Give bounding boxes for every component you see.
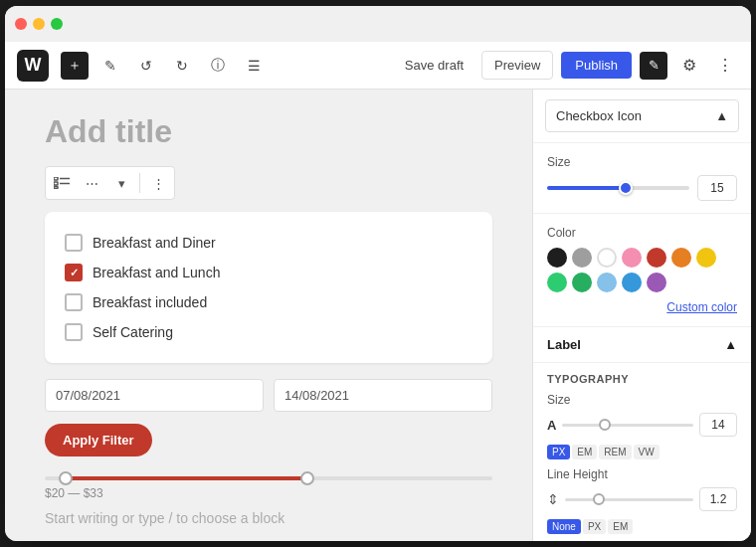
maximize-button[interactable] <box>51 18 63 30</box>
color-section: Color Custom color <box>533 214 751 327</box>
unit-px[interactable]: PX <box>547 445 570 459</box>
font-size-input[interactable] <box>699 413 737 437</box>
dots-btn[interactable]: ⋯ <box>78 169 105 197</box>
color-swatch-purple[interactable] <box>647 273 666 292</box>
line-height-thumb[interactable] <box>593 493 605 505</box>
font-size-thumb[interactable] <box>599 419 611 431</box>
line-height-units: None PX EM <box>547 519 737 534</box>
font-size-units: PX EM REM VW <box>547 445 737 459</box>
color-label: Color <box>547 226 737 240</box>
svg-rect-0 <box>54 177 58 180</box>
price-track[interactable] <box>45 476 492 480</box>
typography-label: Typography <box>547 373 737 385</box>
checkbox-1[interactable] <box>65 234 83 252</box>
checkbox-label-3: Breakfast included <box>93 294 207 310</box>
date-row <box>45 379 492 412</box>
size-slider-thumb[interactable] <box>619 181 633 195</box>
settings-button[interactable]: ⚙ <box>675 52 703 80</box>
size-label: Size <box>547 155 737 169</box>
checkbox-item-4[interactable]: Self Catering <box>65 317 472 347</box>
list-view-button[interactable]: ☰ <box>240 52 268 80</box>
wp-logo: W <box>17 50 49 82</box>
custom-color-link[interactable]: Custom color <box>547 300 737 314</box>
titlebar <box>5 6 751 42</box>
line-height-label: Line Height <box>547 467 737 481</box>
more-options-button[interactable]: ⋮ <box>711 52 739 80</box>
price-thumb-left[interactable] <box>59 471 73 485</box>
checkbox-label-1: Breakfast and Diner <box>93 235 216 251</box>
minimize-button[interactable] <box>33 18 45 30</box>
chevron-up-icon: ▲ <box>715 108 728 123</box>
close-button[interactable] <box>15 18 27 30</box>
font-size-prefix: A <box>547 418 556 433</box>
size-value-input[interactable] <box>697 175 737 201</box>
preview-button[interactable]: Preview <box>481 51 553 80</box>
color-grid <box>547 248 737 292</box>
save-draft-button[interactable]: Save draft <box>395 52 473 79</box>
checkbox-2[interactable]: ✓ <box>65 264 83 281</box>
color-swatch-pink[interactable] <box>622 248 642 268</box>
color-swatch-green-light[interactable] <box>547 273 567 292</box>
undo-button[interactable]: ↺ <box>132 52 160 80</box>
line-height-row: ⇕ <box>547 487 737 511</box>
price-thumb-right[interactable] <box>300 471 314 485</box>
color-swatch-black[interactable] <box>547 248 567 268</box>
redo-button[interactable]: ↻ <box>168 52 196 80</box>
checkbox-item-1[interactable]: Breakfast and Diner <box>65 228 472 258</box>
line-height-slider[interactable] <box>565 498 693 501</box>
price-range: $20 — $33 <box>45 476 492 500</box>
color-swatch-gray[interactable] <box>572 248 592 268</box>
info-button[interactable]: ⓘ <box>204 52 232 80</box>
block-type-dropdown[interactable]: Checkbox Icon ▲ <box>545 99 739 132</box>
block-toolbar: ⋯ ▾ ⋮ <box>45 166 175 200</box>
unit-em[interactable]: EM <box>572 445 597 459</box>
font-size-slider[interactable] <box>562 424 693 427</box>
apply-filter-button[interactable]: Apply Filter <box>45 424 152 456</box>
checkbox-card: Breakfast and Diner ✓ Breakfast and Lunc… <box>45 212 492 363</box>
typography-section: Typography Size A PX EM REM VW L <box>533 363 751 541</box>
size-section: Size <box>533 143 751 214</box>
lh-unit-em[interactable]: EM <box>608 519 633 534</box>
color-swatch-green[interactable] <box>572 273 592 292</box>
checkbox-label-2: Breakfast and Lunch <box>93 265 220 280</box>
price-label: $20 — $33 <box>45 486 492 500</box>
checkbox-3[interactable] <box>65 293 83 311</box>
checkbox-label-4: Self Catering <box>93 324 173 340</box>
line-height-input[interactable] <box>699 487 737 511</box>
label-section-header[interactable]: Label ▲ <box>533 327 751 363</box>
toolbar: W ＋ ✎ ↺ ↻ ⓘ ☰ Save draft Preview Publish… <box>5 42 751 90</box>
edit-pen-button[interactable]: ✎ <box>96 52 124 80</box>
line-height-icon: ⇕ <box>547 491 559 507</box>
date-from-input[interactable] <box>45 379 264 412</box>
color-swatch-blue-light[interactable] <box>597 273 617 292</box>
edit-mode-button[interactable]: ✎ <box>640 52 667 80</box>
color-swatch-red[interactable] <box>647 248 666 268</box>
chevron-btn[interactable]: ▾ <box>107 169 135 197</box>
editor-title[interactable]: Add title <box>45 113 492 150</box>
svg-rect-4 <box>54 187 58 189</box>
color-swatch-blue[interactable] <box>622 273 642 292</box>
unit-rem[interactable]: REM <box>599 445 631 459</box>
font-size-label: Size <box>547 393 737 407</box>
color-swatch-yellow[interactable] <box>696 248 716 268</box>
checkbox-item-2[interactable]: ✓ Breakfast and Lunch <box>65 258 472 287</box>
lh-unit-px[interactable]: PX <box>583 519 606 534</box>
color-swatch-white[interactable] <box>597 248 617 268</box>
price-fill <box>68 476 314 480</box>
unit-vw[interactable]: VW <box>634 445 660 459</box>
more-btn[interactable]: ⋮ <box>144 169 172 197</box>
size-slider-track[interactable] <box>547 186 689 190</box>
checkbox-4[interactable] <box>65 323 83 341</box>
label-chevron-up-icon: ▲ <box>724 337 737 352</box>
date-to-input[interactable] <box>274 379 492 412</box>
toolbar-divider <box>139 173 140 193</box>
publish-button[interactable]: Publish <box>561 52 632 79</box>
list-view-btn[interactable] <box>48 169 76 197</box>
dropdown-label: Checkbox Icon <box>556 108 642 123</box>
lh-unit-none[interactable]: None <box>547 519 581 534</box>
add-block-button[interactable]: ＋ <box>61 52 89 80</box>
color-swatch-orange[interactable] <box>671 248 691 268</box>
checkbox-item-3[interactable]: Breakfast included <box>65 287 472 317</box>
editor-area: Add title ⋯ ▾ ⋮ <box>5 90 532 541</box>
sidebar: Checkbox Icon ▲ Size Color <box>532 90 751 541</box>
